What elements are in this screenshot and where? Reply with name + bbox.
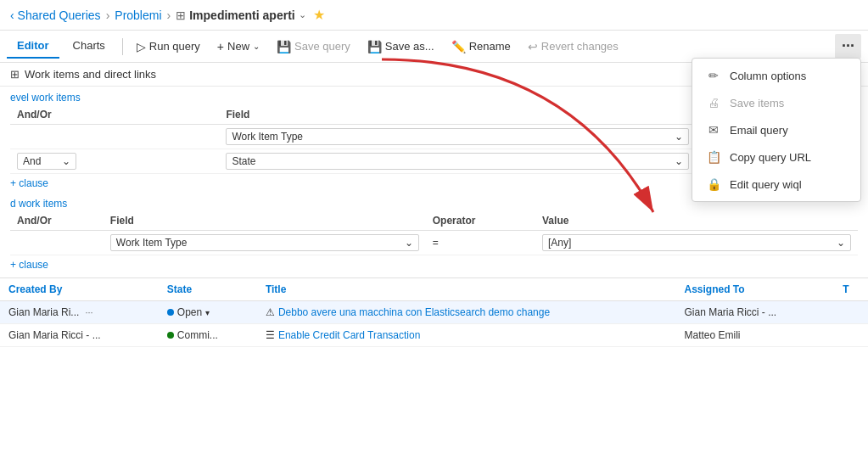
save-icon: 💾 — [277, 40, 291, 53]
andor-cell-b — [10, 231, 104, 255]
edit-wiql-label: Edit query wiql — [730, 178, 802, 191]
col-field-bottom: Field — [104, 211, 426, 231]
column-options-icon: ✏ — [706, 69, 721, 82]
more-button[interactable]: ··· — [835, 34, 861, 59]
rename-icon: ✏️ — [451, 40, 466, 53]
created-by-cell: Gian Maria Ri... ··· — [0, 301, 159, 324]
field-value-1: Work Item Type — [232, 131, 303, 143]
run-query-button[interactable]: ▷ Run query — [130, 36, 207, 57]
breadcrumb-sep2: › — [167, 8, 171, 22]
title-cell: ☰Enable Credit Card Transaction — [257, 324, 676, 347]
bottom-query-section: d work items And/Or Field Operator Value… — [0, 193, 868, 274]
col-field-top: Field — [219, 105, 696, 125]
tab-editor[interactable]: Editor — [7, 34, 59, 59]
col-andor-top: And/Or — [10, 105, 219, 125]
edit-wiql-icon: 🔒 — [706, 177, 721, 191]
copy-url-label: Copy query URL — [730, 151, 811, 164]
query-type-label: Work items and direct links — [25, 68, 156, 81]
revert-button[interactable]: ↩ Revert changes — [521, 36, 625, 57]
title-value[interactable]: Enable Credit Card Transaction — [278, 329, 420, 341]
andor-select[interactable]: And ⌄ — [17, 153, 76, 170]
column-options-label: Column options — [730, 70, 806, 82]
andor-cell — [10, 125, 219, 149]
revert-icon: ↩ — [528, 40, 538, 53]
plus-icon: + — [217, 40, 224, 53]
save-query-label: Save query — [294, 40, 350, 53]
impediment-icon: ⚠ — [266, 306, 275, 318]
save-query-button[interactable]: 💾 Save query — [270, 36, 357, 57]
rename-label: Rename — [469, 40, 511, 53]
value-chevron-b: ⌄ — [837, 237, 845, 249]
col-assigned-to[interactable]: Assigned To — [675, 278, 834, 301]
copy-url-icon: 📋 — [706, 150, 721, 164]
state-cell: Open▾ — [159, 301, 257, 324]
state-cell: Commi... — [159, 324, 257, 347]
title-value[interactable]: Debbo avere una macchina con Elasticsear… — [278, 306, 550, 318]
assigned-to-cell: Gian Maria Ricci - ... — [675, 301, 834, 324]
state-value: Open — [177, 306, 202, 318]
new-button[interactable]: + New ⌄ — [210, 36, 266, 57]
value-select-b[interactable]: [Any] ⌄ — [542, 234, 851, 251]
new-chevron-icon: ⌄ — [253, 42, 260, 51]
save-as-button[interactable]: 💾 Save as... — [361, 36, 441, 57]
table-row: Work Item Type ⌄ = [Any] ⌄ — [10, 231, 858, 255]
field-select-2[interactable]: State ⌄ — [226, 153, 689, 170]
grid-icon: ⊞ — [10, 68, 20, 81]
col-title[interactable]: Title — [257, 278, 676, 301]
add-clause-bottom[interactable]: + clause — [10, 255, 858, 274]
assigned-to-cell: Matteo Emili — [675, 324, 834, 347]
breadcrumb-shared-queries[interactable]: Shared Queries — [18, 8, 101, 22]
field-value-b: Work Item Type — [116, 237, 188, 249]
email-query-label: Email query — [730, 124, 788, 137]
table-row[interactable]: Gian Maria Ricci - ...Commi...☰Enable Cr… — [0, 324, 868, 347]
andor-chevron: ⌄ — [62, 155, 70, 167]
col-created-by[interactable]: Created By — [0, 278, 159, 301]
save-items-label: Save items — [730, 97, 784, 109]
col-state[interactable]: State — [159, 278, 257, 301]
dropdown-item-email-query[interactable]: ✉Email query — [692, 116, 860, 143]
dropdown-item-copy-url[interactable]: 📋Copy query URL — [692, 143, 860, 171]
dropdown-item-edit-wiql[interactable]: 🔒Edit query wiql — [692, 171, 860, 198]
field-chevron-2: ⌄ — [675, 155, 683, 167]
bottom-query-table: And/Or Field Operator Value Work Item Ty… — [10, 211, 858, 255]
dropdown-menu: ✏Column options🖨Save items✉Email query📋C… — [692, 58, 861, 202]
field-select-b[interactable]: Work Item Type ⌄ — [110, 234, 419, 251]
table-row[interactable]: Gian Maria Ri... ···Open▾⚠Debbo avere un… — [0, 301, 868, 324]
row-more-icon[interactable]: ··· — [82, 307, 92, 317]
save-items-icon: 🖨 — [706, 96, 721, 109]
favorite-star-icon[interactable]: ★ — [313, 7, 325, 23]
state-chevron[interactable]: ▾ — [205, 308, 210, 317]
col-andor-bottom: And/Or — [10, 211, 104, 231]
chevron-down-icon[interactable]: ⌄ — [299, 9, 306, 20]
title-cell: ⚠Debbo avere una macchina con Elasticsea… — [257, 301, 676, 324]
email-query-icon: ✉ — [706, 123, 721, 137]
rename-button[interactable]: ✏️ Rename — [445, 36, 518, 57]
breadcrumb-sep1: › — [106, 8, 110, 22]
andor-cell-2: And ⌄ — [10, 149, 219, 174]
field-select-1[interactable]: Work Item Type ⌄ — [226, 128, 689, 145]
value-cell-b: [Any] ⌄ — [535, 231, 858, 255]
t-cell — [834, 301, 868, 324]
table-icon: ⊞ — [176, 8, 186, 22]
field-value-2: State — [232, 155, 255, 167]
value-value-b: [Any] — [548, 237, 571, 249]
new-label: New — [227, 40, 249, 53]
state-value: Commi... — [177, 329, 218, 341]
tab-charts[interactable]: Charts — [63, 34, 115, 59]
task-icon: ☰ — [266, 329, 275, 341]
run-icon: ▷ — [137, 40, 146, 53]
breadcrumb: ‹ Shared Queries › Problemi › ⊞ Impedime… — [0, 0, 868, 31]
save-as-label: Save as... — [385, 40, 434, 53]
breadcrumb-problemi[interactable]: Problemi — [115, 8, 161, 22]
field-cell: Work Item Type ⌄ — [219, 125, 696, 149]
dropdown-item-column-options[interactable]: ✏Column options — [692, 62, 860, 89]
revert-label: Revert changes — [541, 40, 619, 53]
field-cell-2: State ⌄ — [219, 149, 696, 174]
results-section: Created By State Title Assigned To T Gia… — [0, 277, 868, 347]
col-value-bottom: Value — [535, 211, 858, 231]
field-chevron-b: ⌄ — [405, 237, 413, 249]
col-operator-bottom: Operator — [426, 211, 535, 231]
results-table: Created By State Title Assigned To T Gia… — [0, 278, 868, 347]
breadcrumb-home-icon: ‹ — [10, 8, 14, 22]
col-t[interactable]: T — [834, 278, 868, 301]
